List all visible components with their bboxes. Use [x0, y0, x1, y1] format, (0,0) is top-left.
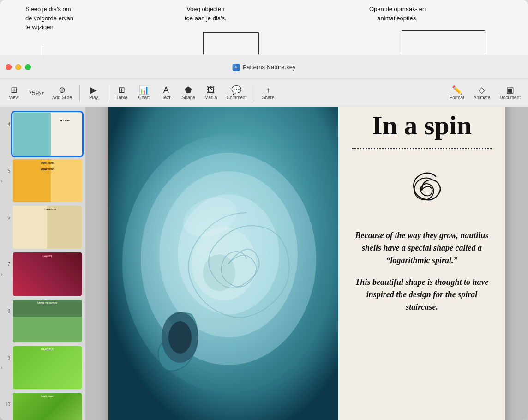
window-title: K Patterns Nature.key — [233, 64, 296, 71]
comment-button[interactable]: 💬 Comment — [223, 84, 250, 102]
table-button[interactable]: ⊞ Table — [112, 84, 132, 102]
slide-number-8: 8 — [4, 309, 10, 314]
slide-item-6[interactable]: 6 Perfect fit — [0, 204, 85, 251]
slide-thumb-10[interactable]: Look close — [13, 393, 82, 420]
view-icon: ⊞ — [11, 86, 18, 94]
slide-thumb-5[interactable]: VARIATIONS — [13, 159, 82, 202]
nautilus-image — [108, 107, 339, 420]
media-button[interactable]: 🖼 Media — [201, 84, 221, 102]
annotation-line-3-h — [402, 30, 485, 31]
slide-item-9[interactable]: › 9 FRACTALS — [0, 344, 85, 391]
text-label: Text — [162, 95, 170, 100]
slide-number-9: 9 — [4, 355, 10, 360]
animate-label: Animate — [474, 95, 491, 100]
traffic-lights — [6, 64, 31, 70]
share-label: Share — [262, 95, 275, 100]
play-icon: ▶ — [90, 86, 97, 94]
slide-text-area: In a spin Because of the way they grow, … — [338, 107, 505, 420]
toolbar: ⊞ View 75% ▾ ⊕ Add Slide ▶ Play ⊞ Table … — [0, 79, 528, 107]
main-window: Sleep je dia's omde volgorde ervante wij… — [0, 0, 528, 420]
annotation-line-2-vr — [258, 32, 259, 54]
dotted-line-bottom — [352, 148, 491, 149]
divider-2 — [108, 85, 108, 102]
spiral-icon — [392, 160, 452, 220]
chart-label: Chart — [138, 95, 150, 100]
add-slide-label: Add Slide — [52, 95, 72, 100]
nautilus-svg — [108, 107, 339, 420]
play-label: Play — [89, 95, 98, 100]
slide-body-1: Because of the way they grow, nautilus s… — [352, 229, 491, 267]
divider-1 — [79, 85, 80, 102]
slide-number-4: 4 — [4, 122, 10, 127]
chart-icon: 📊 — [139, 86, 149, 94]
animate-icon: ◇ — [479, 86, 485, 94]
add-slide-icon: ⊕ — [59, 86, 66, 94]
slide-thumb-6[interactable]: Perfect fit — [13, 206, 82, 249]
main-area: 4 In a spin › 5 VARIATIONS 6 — [0, 107, 528, 420]
slide-number-6: 6 — [4, 215, 10, 220]
slide-thumb-8[interactable]: Under the surface — [13, 300, 82, 342]
shape-button[interactable]: ⬟ Shape — [178, 84, 199, 102]
slide-body-2: This beautiful shape is thought to have … — [352, 276, 491, 313]
add-slide-button[interactable]: ⊕ Add Slide — [48, 84, 76, 102]
share-button[interactable]: ↑ Share — [258, 84, 278, 102]
svg-point-9 — [168, 321, 192, 354]
slide-canvas[interactable]: In a spin Because of the way they grow, … — [108, 107, 505, 420]
chevron-7: › — [1, 271, 2, 276]
chart-button[interactable]: 📊 Chart — [134, 84, 154, 102]
play-button[interactable]: ▶ Play — [84, 84, 104, 102]
slide-item-7[interactable]: › 7 LAYERS — [0, 251, 85, 297]
keynote-app-icon: K — [233, 64, 240, 71]
chevron-5: › — [1, 178, 2, 183]
text-button[interactable]: A Text — [156, 84, 176, 102]
divider-3 — [254, 85, 254, 102]
view-label: View — [9, 95, 19, 100]
annotation-line-2-vl — [203, 32, 204, 54]
shape-label: Shape — [182, 95, 195, 100]
window-title-text: Patterns Nature.key — [243, 64, 296, 71]
comment-label: Comment — [227, 95, 246, 100]
slide-title: In a spin — [372, 111, 472, 140]
slide-item-8[interactable]: 8 Under the surface — [0, 298, 85, 344]
slide-thumb-7[interactable]: LAYERS — [13, 252, 82, 295]
annotation-reorder: Sleep je dia's omde volgorde ervante wij… — [25, 5, 73, 32]
slide-panel[interactable]: 4 In a spin › 5 VARIATIONS 6 — [0, 107, 85, 420]
annotation-line-2-h — [203, 32, 258, 33]
text-icon: A — [163, 86, 169, 94]
shape-icon: ⬟ — [185, 86, 192, 94]
format-icon: ✏️ — [452, 86, 462, 94]
slide-number-10: 10 — [4, 402, 10, 407]
format-label: Format — [450, 95, 464, 100]
share-icon: ↑ — [266, 86, 270, 94]
table-icon: ⊞ — [118, 86, 125, 94]
view-button[interactable]: ⊞ View — [4, 84, 24, 102]
zoom-value: 75% — [29, 90, 41, 96]
format-button[interactable]: ✏️ Format — [446, 84, 468, 102]
minimize-button[interactable] — [15, 64, 21, 70]
annotation-format: Open de opmaak- enanimatieopties. — [369, 5, 426, 23]
canvas-area: In a spin Because of the way they grow, … — [85, 107, 528, 420]
close-button[interactable] — [6, 64, 12, 70]
maximize-button[interactable] — [25, 64, 31, 70]
svg-point-6 — [203, 254, 235, 291]
slide-item-5[interactable]: › 5 VARIATIONS — [0, 157, 85, 204]
chevron-9: › — [1, 365, 2, 370]
document-icon: ▣ — [506, 86, 514, 94]
annotation-line-3-vr — [485, 30, 485, 54]
zoom-chevron: ▾ — [42, 90, 44, 96]
annotation-add-objects: Voeg objectentoe aan je dia's. — [185, 5, 227, 23]
slide-item-4[interactable]: 4 In a spin — [0, 111, 85, 157]
table-label: Table — [116, 95, 127, 100]
media-icon: 🖼 — [207, 86, 215, 94]
document-button[interactable]: ▣ Document — [496, 84, 524, 102]
slide-thumb-9[interactable]: FRACTALS — [13, 346, 82, 389]
zoom-control[interactable]: 75% ▾ — [26, 88, 47, 98]
annotation-line-3-vl — [402, 30, 402, 54]
slide-thumb-4[interactable]: In a spin — [13, 113, 82, 156]
titlebar: K Patterns Nature.key — [0, 55, 528, 79]
slide-item-10[interactable]: 10 Look close — [0, 391, 85, 420]
slide-number-7: 7 — [4, 262, 10, 267]
document-label: Document — [499, 95, 521, 100]
animate-button[interactable]: ◇ Animate — [470, 84, 494, 102]
slide-number-5: 5 — [4, 168, 10, 174]
